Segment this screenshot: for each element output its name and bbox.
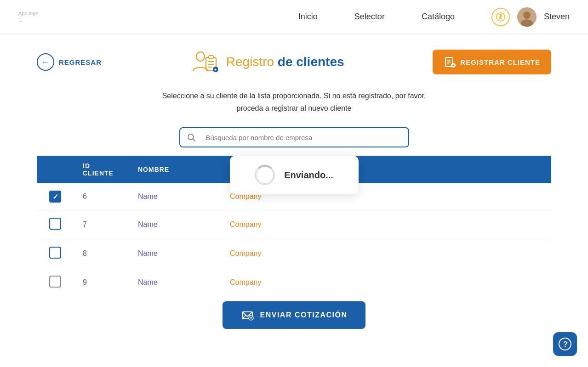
registro-icon: + — [190, 48, 218, 76]
spinner — [255, 165, 275, 185]
send-btn-label: ENVIAR COTIZACIÓN — [260, 311, 348, 319]
svg-text:+: + — [214, 68, 217, 72]
nav-selector[interactable]: Selector — [354, 12, 385, 22]
svg-text:+: + — [452, 63, 455, 68]
search-row — [37, 127, 551, 147]
back-arrow-icon: ← — [37, 53, 54, 71]
table-row: 9NameCompany — [37, 268, 551, 297]
checkbox-empty[interactable] — [49, 247, 61, 259]
col-checkbox — [37, 156, 74, 183]
search-box — [179, 127, 409, 147]
svg-line-21 — [242, 316, 245, 319]
client-id: 7 — [74, 210, 129, 239]
search-icon-button[interactable] — [180, 128, 202, 147]
svg-line-19 — [193, 139, 195, 141]
col-nombre: NOMBRE — [129, 156, 221, 183]
client-name: Name — [129, 183, 221, 210]
loading-text: Enviando... — [284, 170, 333, 181]
client-id: 6 — [74, 183, 129, 210]
client-name: Name — [129, 239, 221, 268]
svg-point-4 — [196, 52, 205, 61]
app-logo: App logo ... — [18, 11, 38, 23]
nav-right: Steven — [491, 7, 570, 27]
client-company: Company — [221, 210, 551, 239]
page-content: ← REGRESAR + Registro de clientes — [0, 34, 588, 352]
table-row: 7NameCompany — [37, 210, 551, 239]
page-title-block: + Registro de clientes — [190, 48, 344, 76]
checkbox-empty[interactable] — [49, 218, 61, 230]
send-quotation-button[interactable]: ENVIAR COTIZACIÓN — [223, 301, 366, 329]
page-title: Registro de clientes — [226, 55, 344, 69]
description: Seleccione a su cliente de la lista prop… — [37, 90, 551, 114]
table-row: 8NameCompany — [37, 239, 551, 268]
client-name: Name — [129, 210, 221, 239]
col-id: ID CLIENTE — [74, 156, 129, 183]
user-name: Steven — [544, 12, 570, 22]
send-icon — [241, 309, 254, 322]
checkbox-checked[interactable] — [49, 191, 61, 203]
client-name: Name — [129, 268, 221, 297]
nav-inicio[interactable]: Inicio — [298, 12, 318, 22]
register-client-button[interactable]: + REGISTRAR CLIENTE — [433, 50, 551, 74]
client-company: Company — [221, 268, 551, 297]
checkbox-partial[interactable] — [49, 276, 61, 288]
search-input[interactable] — [202, 129, 408, 146]
register-icon: + — [444, 56, 456, 68]
client-company: Company — [221, 239, 551, 268]
help-icon: ? — [559, 338, 571, 350]
client-id: 8 — [74, 239, 129, 268]
send-row: ENVIAR COTIZACIÓN — [37, 301, 551, 333]
svg-text:?: ? — [563, 340, 568, 348]
nav-catalogo[interactable]: Catálogo — [422, 12, 455, 22]
avatar — [517, 7, 537, 27]
help-button[interactable]: ? — [553, 332, 577, 356]
svg-point-2 — [523, 11, 531, 19]
navbar: App logo ... Inicio Selector Catálogo St… — [0, 0, 588, 34]
loading-overlay: Enviando... — [230, 156, 359, 194]
dollar-icon[interactable] — [491, 8, 510, 26]
svg-rect-9 — [209, 56, 213, 59]
search-icon — [187, 133, 196, 142]
back-button[interactable]: ← REGRESAR — [37, 53, 102, 71]
client-id: 9 — [74, 268, 129, 297]
nav-links: Inicio Selector Catálogo — [298, 12, 455, 22]
table-wrapper: Enviando... ID CLIENTE NOMBRE EMPRESA 6N… — [37, 156, 551, 297]
top-row: ← REGRESAR + Registro de clientes — [37, 48, 551, 76]
